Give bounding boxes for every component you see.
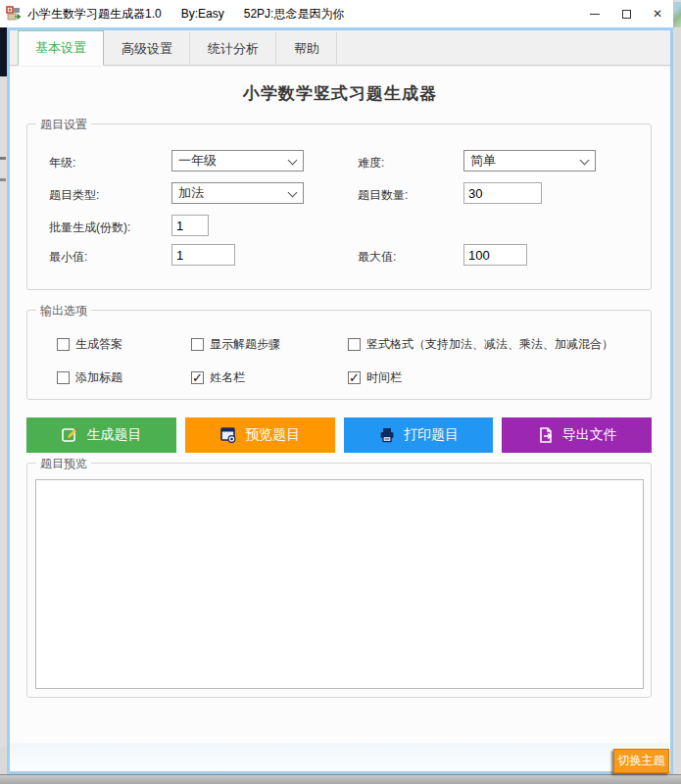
batch-label: 批量生成(份数): (49, 217, 130, 238)
checkbox-box[interactable] (191, 338, 204, 351)
maximize-button[interactable] (610, 0, 642, 27)
edit-icon (61, 426, 78, 444)
printer-icon (378, 426, 396, 444)
question-preview-group: 题目预览 (26, 463, 652, 698)
max-value-input[interactable] (463, 244, 527, 266)
desktop-icon-text-fragment (0, 157, 6, 160)
button-label: 打印题目 (404, 426, 459, 444)
question-count-input[interactable] (463, 182, 542, 204)
window-titlebar: 小学生数学习题生成器1.0 By:Easy 52PJ:思念是因为你 ✕ (0, 0, 673, 27)
export-file-button[interactable]: 导出文件 (502, 417, 652, 453)
grade-label: 年级: (49, 152, 75, 173)
window-body: 基本设置 高级设置 统计分析 帮助 小学数学竖式习题生成器 题目设置 年级: 一… (7, 27, 673, 774)
preview-questions-button[interactable]: 预览题目 (185, 417, 335, 453)
question-type-select-value: 加法 (178, 185, 204, 200)
window-title-byline: By:Easy (181, 7, 224, 21)
group-title: 输出选项 (36, 303, 91, 319)
checkbox-box[interactable] (191, 371, 204, 384)
tab-help[interactable]: 帮助 (276, 31, 337, 66)
button-label: 生成题目 (86, 426, 141, 444)
desktop-background-bottom (0, 774, 681, 784)
window-title-slogan: 52PJ:思念是因为你 (244, 6, 345, 23)
group-title: 题目设置 (36, 117, 91, 133)
question-preview-textarea[interactable] (35, 479, 644, 689)
min-value-input[interactable] (171, 244, 235, 266)
print-questions-button[interactable]: 打印题目 (344, 417, 494, 453)
close-button[interactable]: ✕ (642, 0, 673, 27)
app-screen: 小学生数学习题生成器1.0 By:Easy 52PJ:思念是因为你 ✕ 基本设置… (0, 0, 681, 784)
tab-advanced-settings[interactable]: 高级设置 (104, 31, 190, 66)
chevron-down-icon (288, 188, 298, 198)
checkbox-add-title[interactable]: 添加标题 (57, 369, 122, 386)
question-type-label: 题目类型: (49, 184, 99, 206)
chevron-down-icon (580, 156, 590, 166)
minimize-button[interactable] (579, 0, 610, 27)
group-title: 题目预览 (36, 456, 91, 472)
desktop-background-right (673, 0, 681, 784)
difficulty-select[interactable]: 简单 (463, 150, 596, 172)
checkbox-label: 姓名栏 (210, 369, 245, 386)
checkbox-box[interactable] (348, 338, 361, 351)
checkbox-label: 时间栏 (366, 369, 402, 386)
window-footer-area: 切换主题 (10, 743, 670, 771)
desktop-icon-text-fragment (0, 178, 6, 181)
minimize-icon (590, 14, 600, 15)
preview-icon (219, 426, 237, 444)
checkbox-label: 添加标题 (75, 369, 122, 386)
grade-select[interactable]: 一年级 (171, 150, 304, 172)
desktop-background-left (0, 0, 7, 747)
export-icon (537, 426, 555, 444)
tab-statistics[interactable]: 统计分析 (190, 31, 276, 66)
button-label: 导出文件 (562, 426, 617, 444)
question-type-select[interactable]: 加法 (171, 182, 304, 204)
tab-page-basic-settings: 小学数学竖式习题生成器 题目设置 年级: 一年级 难度: 简单 题目类型: 加法 (10, 67, 670, 743)
checkbox-box[interactable] (57, 338, 70, 351)
chevron-down-icon (288, 156, 298, 166)
app-icon (6, 6, 22, 22)
output-options-group: 输出选项 生成答案 显示解题步骤 竖式格式（支持加法、减法、乘法、加减混合） 添… (26, 310, 652, 400)
question-settings-group: 题目设置 年级: 一年级 难度: 简单 题目类型: 加法 题目数量: (26, 123, 652, 290)
window-title: 小学生数学习题生成器1.0 (27, 6, 162, 23)
tab-basic-settings[interactable]: 基本设置 (18, 30, 104, 66)
generate-questions-button[interactable]: 生成题目 (26, 417, 176, 453)
checkbox-box[interactable] (57, 371, 70, 384)
min-value-label: 最小值: (49, 246, 87, 268)
checkbox-label: 竖式格式（支持加法、减法、乘法、加减混合） (366, 336, 613, 353)
close-icon: ✕ (653, 8, 662, 20)
checkbox-label: 显示解题步骤 (210, 336, 280, 353)
button-label: 预览题目 (245, 426, 300, 444)
window-controls: ✕ (579, 0, 673, 27)
page-title: 小学数学竖式习题生成器 (10, 82, 670, 105)
checkbox-time-field[interactable]: 时间栏 (348, 369, 402, 386)
checkbox-name-field[interactable]: 姓名栏 (191, 369, 245, 386)
grade-select-value: 一年级 (178, 153, 217, 168)
checkbox-vertical-format[interactable]: 竖式格式（支持加法、减法、乘法、加减混合） (348, 336, 613, 353)
max-value-label: 最大值: (358, 246, 396, 268)
difficulty-select-value: 简单 (470, 153, 496, 168)
difficulty-label: 难度: (358, 152, 384, 173)
desktop-wallpaper-fragment (673, 2, 681, 27)
switch-theme-button[interactable]: 切换主题 (613, 749, 669, 773)
action-button-row: 生成题目 预览题目 (26, 417, 652, 453)
checkbox-show-steps[interactable]: 显示解题步骤 (191, 336, 280, 353)
question-count-label: 题目数量: (358, 184, 408, 206)
maximize-icon (622, 10, 631, 19)
checkbox-label: 生成答案 (75, 336, 122, 353)
batch-count-input[interactable] (171, 215, 209, 236)
checkbox-box[interactable] (348, 371, 361, 384)
checkbox-generate-answers[interactable]: 生成答案 (57, 336, 122, 353)
tab-strip: 基本设置 高级设置 统计分析 帮助 (10, 30, 670, 66)
